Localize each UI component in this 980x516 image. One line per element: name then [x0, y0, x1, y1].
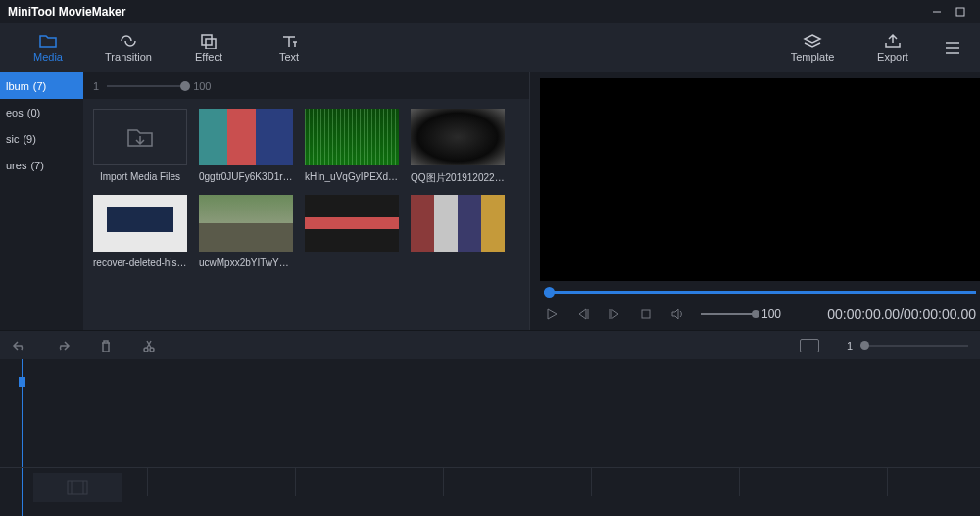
- import-folder-icon: [125, 125, 155, 149]
- svg-point-15: [150, 348, 154, 352]
- media-thumbnail[interactable]: [199, 109, 293, 165]
- import-caption: Import Media Files: [100, 171, 180, 182]
- title-bar: MiniTool MovieMaker: [0, 0, 980, 23]
- import-media-button[interactable]: [93, 109, 187, 165]
- preview-panel: 100 00:00:00.00/00:00:00.00: [529, 72, 980, 330]
- tab-template-label: Template: [791, 51, 835, 63]
- clip-icon: [66, 479, 89, 496]
- app-title: MiniTool MovieMaker: [8, 5, 125, 19]
- media-caption: 0ggtr0JUFy6K3D1r_9aS...: [199, 171, 293, 182]
- media-caption: kHIn_uVqGyIPEXd6D...: [305, 171, 399, 182]
- sidebar-item-count: (7): [33, 80, 46, 92]
- text-icon: [279, 33, 299, 49]
- timeline[interactable]: [0, 359, 980, 516]
- media-caption: ucwMpxx2bYITwY7rZ...: [199, 258, 293, 268]
- minimize-button[interactable]: [925, 0, 949, 23]
- prev-frame-button[interactable]: [575, 306, 591, 322]
- tab-text[interactable]: Text: [249, 23, 329, 72]
- slider-min-label: 1: [93, 80, 99, 92]
- gallery-column: 1 100 Import Media Files 0ggtr0JUFy6K3D1…: [83, 72, 529, 330]
- sidebar-item-music[interactable]: sic (9): [0, 125, 83, 152]
- sidebar-item-label: ures: [6, 160, 26, 171]
- sidebar-item-count: (9): [23, 133, 35, 145]
- export-icon: [883, 33, 903, 49]
- svg-marker-13: [672, 309, 678, 319]
- hamburger-icon: [944, 41, 961, 55]
- tab-media[interactable]: Media: [8, 23, 88, 72]
- delete-button[interactable]: [98, 338, 114, 353]
- timeline-toolbar: 1: [0, 330, 980, 359]
- zoom-value: 1: [847, 340, 853, 352]
- export-label: Export: [877, 51, 908, 63]
- menu-button[interactable]: [933, 23, 972, 72]
- media-thumbnail[interactable]: [411, 195, 505, 252]
- middle-area: lbum (7) eos (0) sic (9) ures (7) 1 100: [0, 72, 980, 330]
- media-caption: recover-deleted-histor...: [93, 258, 187, 268]
- sidebar-item-videos[interactable]: eos (0): [0, 99, 83, 125]
- svg-rect-1: [956, 8, 964, 16]
- preview-screen[interactable]: [540, 78, 980, 281]
- media-item[interactable]: [299, 195, 405, 268]
- zoom-slider[interactable]: [860, 345, 968, 347]
- svg-rect-2: [202, 35, 212, 45]
- next-frame-button[interactable]: [607, 306, 622, 322]
- volume-icon[interactable]: [669, 306, 685, 322]
- timecode-display: 00:00:00.00/00:00:00.00: [827, 306, 976, 322]
- tab-effect[interactable]: Effect: [169, 23, 249, 72]
- media-item[interactable]: recover-deleted-histor...: [87, 195, 193, 268]
- media-thumbnail[interactable]: [305, 109, 399, 165]
- timeline-ruler[interactable]: [0, 467, 980, 496]
- media-item[interactable]: [405, 195, 511, 268]
- media-item[interactable]: 0ggtr0JUFy6K3D1r_9aS...: [193, 109, 299, 185]
- video-track-placeholder[interactable]: [33, 473, 122, 502]
- split-button[interactable]: [141, 338, 157, 353]
- template-icon: [803, 33, 822, 49]
- slider-max-label: 100: [193, 80, 211, 92]
- sidebar-item-album[interactable]: lbum (7): [0, 72, 83, 99]
- timeline-zoom: 1: [847, 340, 968, 352]
- sidebar-item-count: (7): [30, 160, 43, 171]
- svg-rect-12: [642, 310, 650, 318]
- sidebar-item-label: lbum: [6, 80, 29, 92]
- media-thumbnail[interactable]: [93, 195, 187, 252]
- undo-button[interactable]: [12, 338, 27, 353]
- redo-button[interactable]: [55, 338, 71, 353]
- maximize-button[interactable]: [949, 0, 972, 23]
- gallery-slider-bar: 1 100: [83, 72, 529, 99]
- sidebar-item-label: eos: [6, 107, 24, 118]
- sidebar-item-count: (0): [27, 107, 40, 118]
- preview-scrubber[interactable]: [540, 285, 980, 299]
- svg-point-14: [144, 348, 148, 352]
- volume-slider[interactable]: 100: [701, 307, 781, 321]
- export-button[interactable]: Export: [853, 23, 933, 72]
- media-item[interactable]: QQ图片20191202215506: [405, 109, 511, 185]
- sidebar-item-pictures[interactable]: ures (7): [0, 152, 83, 178]
- media-sidebar: lbum (7) eos (0) sic (9) ures (7): [0, 72, 83, 330]
- preview-controls: 100 00:00:00.00/00:00:00.00: [540, 299, 980, 330]
- tab-transition-label: Transition: [105, 51, 152, 63]
- tab-template[interactable]: Template: [772, 23, 853, 72]
- media-thumbnail[interactable]: [199, 195, 293, 252]
- import-cell[interactable]: Import Media Files: [87, 109, 193, 185]
- media-item[interactable]: kHIn_uVqGyIPEXd6D...: [299, 109, 405, 185]
- stop-button[interactable]: [638, 306, 654, 322]
- media-thumbnail[interactable]: [305, 195, 399, 252]
- media-gallery: Import Media Files 0ggtr0JUFy6K3D1r_9aS.…: [83, 99, 529, 330]
- play-button[interactable]: [544, 306, 560, 322]
- tab-media-label: Media: [33, 51, 63, 63]
- svg-rect-16: [68, 481, 87, 494]
- main-toolbar: Media Transition Effect Text Template Ex…: [0, 23, 980, 72]
- folder-icon: [38, 33, 58, 49]
- effect-icon: [199, 33, 219, 49]
- tab-text-label: Text: [279, 51, 299, 63]
- media-thumbnail[interactable]: [411, 109, 505, 165]
- tab-transition[interactable]: Transition: [88, 23, 169, 72]
- volume-value: 100: [761, 307, 781, 321]
- svg-marker-7: [548, 309, 557, 319]
- thumbnail-size-slider[interactable]: [107, 85, 185, 87]
- sidebar-item-label: sic: [6, 133, 19, 145]
- media-item[interactable]: ucwMpxx2bYITwY7rZ...: [193, 195, 299, 268]
- media-caption: QQ图片20191202215506: [411, 171, 505, 185]
- svg-marker-10: [612, 309, 618, 319]
- aspect-ratio-button[interactable]: [800, 339, 819, 352]
